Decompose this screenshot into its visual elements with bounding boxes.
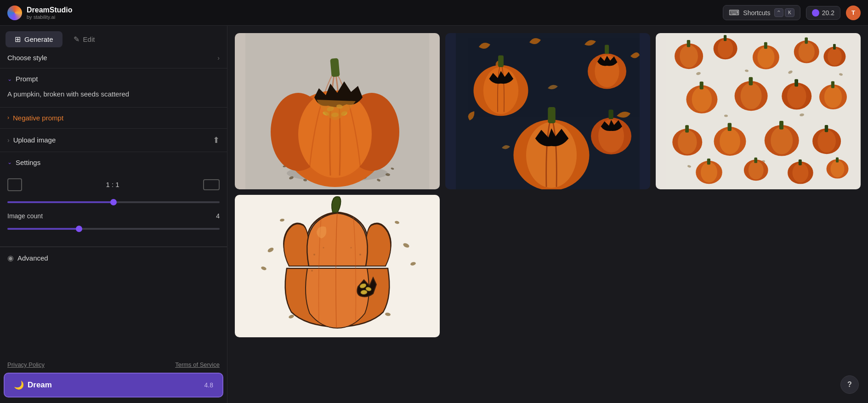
svg-rect-48: [805, 37, 808, 44]
terms-of-service-link[interactable]: Terms of Service: [175, 361, 220, 368]
tab-edit-label: Edit: [83, 35, 95, 43]
choose-style-row[interactable]: Choose style ›: [0, 47, 227, 68]
svg-point-74: [817, 130, 836, 153]
svg-rect-35: [608, 109, 613, 119]
svg-point-71: [771, 127, 793, 154]
svg-rect-87: [707, 159, 710, 165]
svg-point-59: [787, 84, 806, 108]
topbar-right: ⌨ Shortcuts ^ K 20.2 T: [723, 5, 861, 20]
svg-point-62: [824, 86, 842, 108]
chevron-right-icon: ›: [217, 54, 220, 62]
tab-generate[interactable]: ⊞ Generate: [6, 31, 62, 47]
svg-point-95: [831, 160, 845, 177]
prompt-toggle-icon: ⌄: [7, 76, 12, 82]
negative-prompt-section: › Negative prompt: [0, 108, 227, 129]
prompt-title: Prompt: [16, 75, 38, 83]
svg-rect-66: [685, 125, 689, 132]
settings-toggle-icon: ⌄: [7, 159, 12, 165]
svg-point-112: [323, 247, 324, 249]
image-count-slider[interactable]: [7, 228, 220, 230]
logo-text: DreamStudio by stability.ai: [27, 6, 73, 20]
svg-point-41: [718, 39, 733, 58]
image-count-label: Image count: [7, 212, 43, 220]
settings-title: Settings: [16, 159, 40, 166]
gallery-item-2[interactable]: [445, 33, 650, 189]
svg-rect-75: [825, 125, 828, 132]
credits-badge: 20.2: [806, 6, 840, 20]
privacy-policy-link[interactable]: Privacy Policy: [7, 361, 45, 368]
svg-rect-32: [548, 107, 556, 123]
kbd-k: K: [785, 8, 794, 17]
negative-prompt-header[interactable]: › Negative prompt: [0, 108, 227, 128]
shortcuts-kbd-group: ^ K: [774, 8, 794, 17]
kbd-ctrl: ^: [774, 8, 784, 17]
settings-header[interactable]: ⌄ Settings: [0, 152, 227, 173]
sidebar: ⊞ Generate ✎ Edit Choose style › ⌄ Promp…: [0, 26, 227, 403]
upload-left: › Upload image: [7, 136, 56, 144]
tab-generate-label: Generate: [24, 35, 53, 43]
help-button[interactable]: ?: [840, 375, 859, 394]
negative-prompt-toggle-icon: ›: [7, 114, 9, 121]
aspect-ratio-slider[interactable]: [7, 201, 220, 203]
shortcuts-button[interactable]: ⌨ Shortcuts ^ K: [723, 5, 800, 20]
advanced-label: Advanced: [17, 254, 48, 262]
svg-rect-72: [779, 121, 783, 130]
advanced-row[interactable]: ◉ Advanced: [0, 247, 227, 269]
sidebar-spacer: [0, 269, 227, 357]
svg-rect-96: [836, 158, 839, 163]
aspect-landscape-icon: [7, 178, 22, 191]
gallery-item-4[interactable]: [235, 195, 440, 337]
svg-rect-54: [700, 81, 703, 89]
svg-point-44: [757, 47, 774, 68]
sidebar-footer: Privacy Policy Terms of Service: [0, 357, 227, 373]
avatar[interactable]: T: [846, 6, 861, 20]
svg-rect-93: [799, 159, 802, 165]
svg-point-115: [351, 247, 352, 249]
svg-rect-26: [498, 56, 504, 68]
svg-point-113: [311, 270, 313, 272]
svg-point-38: [680, 45, 698, 68]
svg-point-92: [793, 163, 809, 182]
help-icon: ?: [847, 380, 852, 389]
dream-label: Dream: [28, 380, 52, 390]
svg-rect-60: [794, 79, 798, 86]
topbar: DreamStudio by stability.ai ⌨ Shortcuts …: [0, 0, 868, 26]
credits-value: 20.2: [822, 9, 834, 17]
app-subtitle: by stability.ai: [27, 14, 73, 20]
svg-rect-39: [687, 40, 690, 47]
gallery-item-1[interactable]: [235, 33, 440, 189]
svg-rect-51: [833, 44, 836, 50]
credits-icon: [812, 9, 819, 17]
svg-point-89: [749, 161, 764, 180]
image-count-slider-container: [7, 223, 220, 232]
svg-rect-29: [605, 45, 609, 54]
dream-button[interactable]: 🌙 Dream 4.8: [4, 373, 223, 397]
choose-style-label: Choose style: [7, 54, 47, 62]
prompt-header[interactable]: ⌄ Prompt: [0, 68, 227, 89]
aspect-ratio-slider-container: [7, 197, 220, 205]
prompt-text[interactable]: A pumpkin, broken with seeds scattered: [7, 89, 220, 100]
svg-point-47: [799, 42, 815, 62]
prompt-section: ⌄ Prompt A pumpkin, broken with seeds sc…: [0, 68, 227, 108]
settings-section: ⌄ Settings 1 : 1 Image count 4: [0, 152, 227, 247]
upload-icon[interactable]: ⬆: [213, 135, 220, 145]
svg-rect-45: [764, 42, 767, 49]
svg-point-65: [678, 130, 697, 154]
generate-icon: ⊞: [15, 35, 21, 44]
svg-rect-63: [831, 81, 834, 88]
image-count-value: 4: [216, 212, 220, 220]
tab-edit[interactable]: ✎ Edit: [64, 31, 104, 47]
gallery-item-3[interactable]: [656, 33, 861, 189]
svg-point-53: [692, 87, 712, 112]
prompt-content: A pumpkin, broken with seeds scattered: [0, 89, 227, 107]
moon-icon: 🌙: [14, 380, 24, 390]
svg-point-111: [313, 254, 315, 255]
upload-image-label: Upload image: [13, 136, 56, 144]
logo-area: DreamStudio by stability.ai: [7, 6, 73, 20]
svg-rect-57: [749, 77, 753, 85]
tabs-row: ⊞ Generate ✎ Edit: [0, 26, 227, 47]
dream-button-left: 🌙 Dream: [14, 380, 52, 390]
upload-image-row[interactable]: › Upload image ⬆: [0, 129, 227, 152]
svg-point-114: [359, 254, 361, 255]
aspect-ratio-value: 1 : 1: [106, 181, 119, 188]
